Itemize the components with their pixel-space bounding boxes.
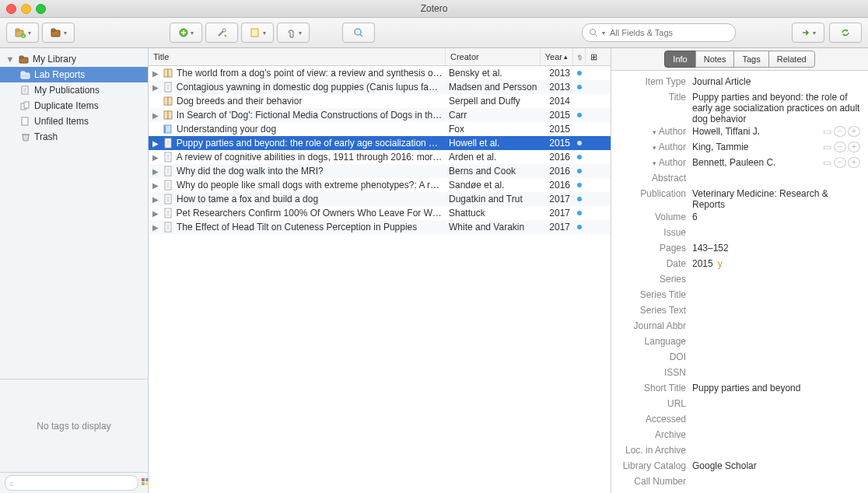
disclosure-icon[interactable]: ▶	[152, 181, 159, 190]
window-zoom-button[interactable]	[36, 4, 46, 14]
tree-item-trash[interactable]: Trash	[0, 129, 148, 145]
item-row[interactable]: ▶A review of cognitive abilities in dogs…	[149, 150, 611, 164]
field-value[interactable]: Puppy parties and beyond: the role of ea…	[692, 92, 860, 124]
item-title: Puppy parties and beyond: the role of ea…	[177, 138, 443, 149]
svg-rect-21	[142, 482, 145, 485]
advanced-search-button[interactable]	[342, 23, 375, 43]
item-row[interactable]: ▶Why did the dog walk into the MRI?Berns…	[149, 164, 611, 178]
locate-button[interactable]: ▾	[792, 23, 824, 43]
svg-rect-28	[164, 111, 168, 119]
add-by-identifier-button[interactable]	[205, 23, 238, 43]
item-title: In Search of 'Dog': Fictional Media Cons…	[177, 110, 443, 121]
creator-name[interactable]: King, Tammie	[692, 142, 821, 152]
tree-item-duplicate-items[interactable]: Duplicate Items	[0, 98, 148, 114]
item-row[interactable]: ▶Why do people like small dogs with extr…	[149, 178, 611, 192]
item-year: 2015	[541, 108, 573, 122]
tree-item-my-publications[interactable]: My Publications	[0, 82, 148, 98]
new-collection-button[interactable]: +▾	[6, 23, 39, 43]
remove-creator-button[interactable]: −	[834, 157, 846, 168]
disclosure-icon[interactable]: ▼	[5, 54, 16, 65]
disclosure-icon[interactable]: ▶	[152, 83, 159, 92]
item-row[interactable]: ▶The world from a dog's point of view: a…	[149, 66, 611, 80]
new-note-button[interactable]: ▾	[241, 23, 274, 43]
items-list[interactable]: ▶The world from a dog's point of view: a…	[149, 66, 611, 493]
add-creator-button[interactable]: +	[848, 157, 860, 168]
disclosure-icon[interactable]: ▶	[152, 69, 159, 78]
field-value[interactable]: Google Scholar	[692, 460, 860, 471]
tab-related[interactable]: Related	[768, 51, 815, 68]
field-value[interactable]: 143–152	[692, 243, 860, 253]
svg-rect-24	[168, 69, 172, 77]
column-picker-button[interactable]: ⊞	[586, 48, 601, 65]
field-value[interactable]: Veterinary Medicine: Research & Reports	[692, 188, 860, 210]
swap-names-icon[interactable]: ▭	[821, 157, 832, 168]
item-year: 2014	[541, 94, 573, 108]
disclosure-icon[interactable]: ▶	[152, 195, 159, 204]
item-row[interactable]: Dog breeds and their behaviorSerpell and…	[149, 94, 611, 108]
item-type-icon	[163, 180, 173, 191]
sync-button[interactable]	[829, 23, 862, 43]
column-header-attachment[interactable]	[573, 48, 586, 65]
remove-creator-button[interactable]: −	[834, 142, 846, 152]
tree-item-label: Lab Reports	[34, 69, 85, 80]
item-creator: Sandøe et al.	[446, 178, 541, 192]
item-creator: Berns and Cook	[446, 164, 541, 178]
disclosure-icon[interactable]: ▶	[152, 139, 159, 148]
item-row[interactable]: ▶Puppy parties and beyond: the role of e…	[149, 136, 611, 150]
item-type-icon	[163, 208, 173, 219]
creator-name[interactable]: Bennett, Pauleen C.	[692, 157, 821, 168]
field-value[interactable]: Puppy parties and beyond	[692, 383, 860, 393]
creator-type-label[interactable]: Author	[619, 126, 692, 137]
disclosure-icon[interactable]: ▶	[152, 209, 159, 218]
tag-selector-empty: No tags to display	[0, 379, 148, 472]
new-item-button[interactable]: ▾	[170, 23, 202, 43]
field-value[interactable]: Journal Article	[692, 76, 860, 87]
new-library-button[interactable]: ▾	[42, 23, 75, 43]
item-row[interactable]: ▶In Search of 'Dog': Fictional Media Con…	[149, 108, 611, 122]
tag-filter-input[interactable]	[5, 475, 138, 491]
quick-search-input[interactable]	[608, 27, 729, 38]
swap-names-icon[interactable]: ▭	[821, 126, 832, 137]
field-label: Item Type	[619, 76, 692, 87]
collections-tree[interactable]: ▼My LibraryLab ReportsMy PublicationsDup…	[0, 48, 148, 379]
svg-rect-27	[168, 97, 172, 105]
column-header-creator[interactable]: Creator	[446, 48, 541, 65]
window-minimize-button[interactable]	[21, 4, 31, 14]
add-attachment-button[interactable]: ▾	[277, 23, 310, 43]
item-row[interactable]: ▶The Effect of Head Tilt on Cuteness Per…	[149, 220, 611, 234]
creator-type-label[interactable]: Author	[619, 142, 692, 152]
tree-item-my-library[interactable]: ▼My Library	[0, 51, 148, 67]
field-label: Issue	[619, 227, 692, 238]
field-label: ISSN	[619, 367, 692, 378]
svg-rect-38	[165, 222, 171, 232]
pub-icon	[20, 85, 31, 96]
tree-item-lab-reports[interactable]: Lab Reports	[0, 67, 148, 82]
item-title: How to tame a fox and build a dog	[177, 194, 318, 205]
column-header-title[interactable]: Title	[149, 48, 446, 65]
item-row[interactable]: ▶Pet Researchers Confirm 100% Of Owners …	[149, 206, 611, 220]
creator-name[interactable]: Howell, Tiffani J.	[692, 126, 821, 137]
add-creator-button[interactable]: +	[848, 142, 860, 152]
swap-names-icon[interactable]: ▭	[821, 142, 832, 152]
tab-notes[interactable]: Notes	[695, 51, 735, 68]
disclosure-icon[interactable]: ▶	[152, 223, 159, 232]
item-row[interactable]: Understanding your dogFox2015	[149, 122, 611, 136]
item-row[interactable]: ▶How to tame a fox and build a dogDugatk…	[149, 192, 611, 206]
window-close-button[interactable]	[6, 4, 16, 14]
tab-tags[interactable]: Tags	[733, 51, 768, 68]
remove-creator-button[interactable]: −	[834, 126, 846, 137]
column-header-year[interactable]: Year▴	[541, 48, 573, 65]
disclosure-icon[interactable]: ▶	[152, 111, 159, 120]
field-value[interactable]: 6	[692, 212, 860, 222]
svg-rect-19	[142, 478, 145, 481]
tree-item-unfiled-items[interactable]: Unfiled Items	[0, 114, 148, 129]
add-creator-button[interactable]: +	[848, 126, 860, 137]
disclosure-icon[interactable]: ▶	[152, 167, 159, 176]
creator-type-label[interactable]: Author	[619, 157, 692, 168]
field-value[interactable]: 2015y	[692, 258, 860, 269]
tab-info[interactable]: Info	[664, 51, 695, 68]
item-row[interactable]: ▶Contagious yawning in domestic dog pupp…	[149, 80, 611, 94]
item-type-icon	[163, 138, 173, 149]
quick-search[interactable]: ▾	[582, 23, 736, 42]
disclosure-icon[interactable]: ▶	[152, 153, 159, 162]
